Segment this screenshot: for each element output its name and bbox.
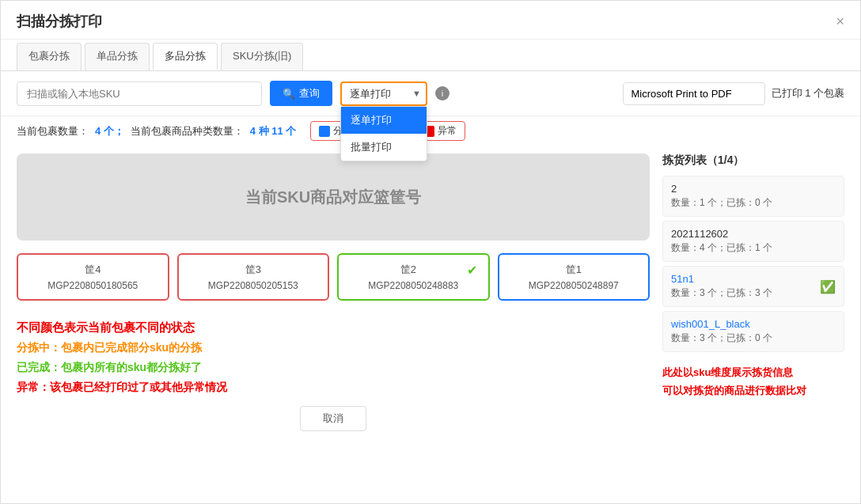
basket-card-3[interactable]: 筐3 MGP2208050205153 — [177, 253, 330, 301]
legend-description: 不同颜色表示当前包裹不同的状态 分拣中：包裹内已完成部分sku的分拣 已完成：包… — [17, 316, 650, 398]
sku-item-3[interactable]: 51n1 数量：3 个；已拣：3 个 ✅ — [662, 266, 844, 307]
tab-multi[interactable]: 多品分拣 — [153, 43, 218, 70]
dropdown-item-single[interactable]: 逐单打印 — [341, 107, 427, 134]
tab-bar: 包裹分拣 单品分拣 多品分拣 SKU分拣(旧) — [1, 43, 860, 71]
close-button[interactable]: × — [836, 14, 844, 28]
right-hint-line1: 此处以sku维度展示拣货信息 — [662, 363, 844, 381]
basket-card-1[interactable]: 筐1 MGP2208050248897 — [498, 253, 650, 301]
basket-1-id: MGP2208050248897 — [510, 280, 638, 291]
printer-select[interactable]: Microsoft Print to PDF — [623, 82, 765, 105]
search-icon: 🔍 — [283, 88, 295, 100]
print-count: 已打印 1 个包裹 — [772, 86, 844, 100]
sorting-dot — [319, 126, 330, 137]
basket-4-id: MGP2208050180565 — [29, 280, 157, 291]
info-icon[interactable]: i — [435, 86, 449, 100]
sku-type-label: 当前包裹商品种类数量： — [131, 124, 244, 138]
main-area: 当前SKU商品对应篮筐号 筐4 MGP2208050180565 筐3 MGP2… — [1, 153, 860, 444]
status-bar: 当前包裹数量： 4 个； 当前包裹商品种类数量： 4 种 11 个 分拣中 已完… — [1, 116, 860, 146]
page-title: 扫描分拣打印 — [17, 12, 102, 31]
print-mode-select[interactable]: 逐单打印 批量打印 — [340, 81, 427, 106]
tab-package[interactable]: 包裹分拣 — [17, 43, 82, 70]
sku-stats-4: 数量：3 个；已拣：0 个 — [671, 332, 836, 345]
toolbar: 🔍 查询 逐单打印 批量打印 ▼ 逐单打印 批量打印 i Microsoft P… — [1, 71, 860, 116]
dropdown-item-batch[interactable]: 批量打印 — [341, 134, 427, 161]
print-mode-wrapper: 逐单打印 批量打印 ▼ 逐单打印 批量打印 — [340, 81, 427, 106]
title-bar: 扫描分拣打印 × — [1, 1, 860, 40]
package-count-label: 当前包裹数量： — [17, 124, 89, 138]
sku-stats-3: 数量：3 个；已拣：3 个 ✅ — [671, 286, 836, 300]
basket-2-id: MGP2208050248883 — [350, 280, 477, 291]
abnormal-label: 异常 — [438, 124, 457, 138]
basket-card-4[interactable]: 筐4 MGP2208050180565 — [17, 253, 169, 301]
search-input[interactable] — [17, 81, 262, 106]
sku-display: 当前SKU商品对应篮筐号 — [17, 153, 650, 241]
sku-item-2[interactable]: 2021112602 数量：4 个；已拣：1 个 — [662, 221, 844, 262]
legend-abnormal-desc: 异常：该包裹已经打印过了或其他异常情况 — [17, 377, 650, 397]
basket-3-id: MGP2208050205153 — [190, 280, 317, 291]
sku-list: 2 数量：1 个；已拣：0 个 2021112602 数量：4 个；已拣：1 个… — [662, 176, 844, 355]
right-hint-line2: 可以对拣货的商品进行数据比对 — [662, 381, 844, 400]
basket-cards: 筐4 MGP2208050180565 筐3 MGP2208050205153 … — [17, 253, 650, 301]
printer-select-wrapper: Microsoft Print to PDF 已打印 1 个包裹 — [623, 82, 844, 105]
sku-name-2: 2021112602 — [671, 228, 836, 240]
right-panel-title: 拣货列表（1/4） — [662, 153, 844, 168]
sku-item-1[interactable]: 2 数量：1 个；已拣：0 个 — [662, 176, 844, 217]
sku-type-count: 4 种 11 个 — [250, 124, 297, 138]
sku-display-text: 当前SKU商品对应篮筐号 — [245, 187, 421, 208]
left-panel: 当前SKU商品对应篮筐号 筐4 MGP2208050180565 筐3 MGP2… — [17, 153, 650, 431]
legend-abnormal: 异常 — [423, 124, 457, 138]
sku-name-4: wish001_L_black — [671, 318, 836, 330]
cancel-button[interactable]: 取消 — [300, 406, 366, 431]
basket-4-num: 筐4 — [29, 263, 157, 277]
right-panel: 拣货列表（1/4） 2 数量：1 个；已拣：0 个 2021112602 数量：… — [662, 153, 844, 431]
sku-stats-1: 数量：1 个；已拣：0 个 — [671, 196, 836, 210]
tab-sku-old[interactable]: SKU分拣(旧) — [221, 43, 303, 70]
legend-title: 不同颜色表示当前包裹不同的状态 — [17, 316, 650, 338]
legend-done-desc: 已完成：包裹内所有的sku都分拣好了 — [17, 358, 650, 377]
sku-item-4[interactable]: wish001_L_black 数量：3 个；已拣：0 个 — [662, 311, 844, 352]
check-icon-2: ✔ — [467, 263, 477, 278]
tab-single[interactable]: 单品分拣 — [85, 43, 150, 70]
main-window: 扫描分拣打印 × 包裹分拣 单品分拣 多品分拣 SKU分拣(旧) 🔍 查询 逐单… — [0, 0, 861, 504]
right-hint: 此处以sku维度展示拣货信息 可以对拣货的商品进行数据比对 — [662, 363, 844, 400]
cancel-btn-area: 取消 — [17, 406, 650, 431]
package-count: 4 个； — [95, 124, 124, 138]
sku-name-1: 2 — [671, 183, 836, 195]
legend-sorting-desc: 分拣中：包裹内已完成部分sku的分拣 — [17, 338, 650, 358]
basket-1-num: 筐1 — [510, 263, 638, 277]
sku-name-3: 51n1 — [671, 273, 836, 285]
basket-2-num: 筐2 ✔ — [350, 263, 477, 277]
check-icon-3: ✅ — [820, 279, 836, 294]
search-button[interactable]: 🔍 查询 — [270, 81, 332, 106]
sku-stats-2: 数量：4 个；已拣：1 个 — [671, 241, 836, 255]
basket-card-2[interactable]: 筐2 ✔ MGP2208050248883 — [337, 253, 490, 301]
print-mode-dropdown: 逐单打印 批量打印 — [340, 106, 427, 161]
basket-3-num: 筐3 — [190, 263, 317, 277]
